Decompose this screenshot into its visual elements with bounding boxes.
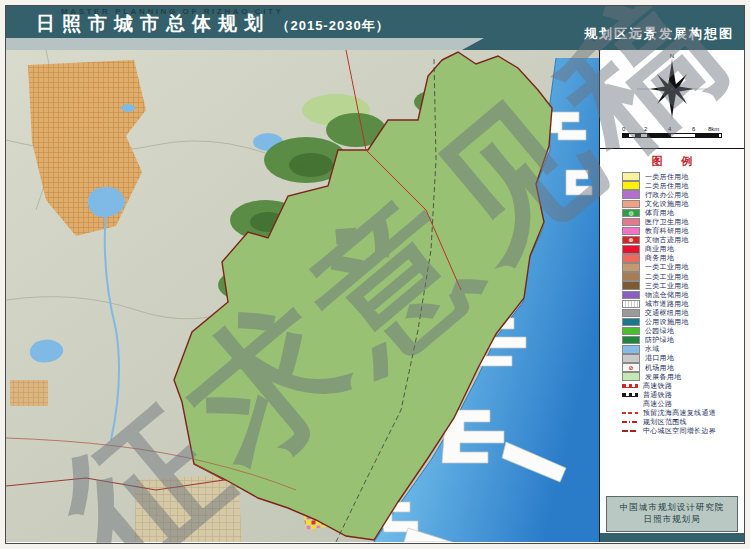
- legend-swatch-icon: [622, 402, 638, 406]
- north-label: N: [670, 53, 674, 59]
- legend-item: 防护绿地: [622, 336, 744, 345]
- credits-box: 中国城市规划设计研究院 日照市规划局: [606, 496, 738, 533]
- content-row: N 0: [6, 50, 744, 542]
- title-bar: 日照市城市总体规划 （2015-2030年） MASTER PLANNING O…: [6, 6, 744, 50]
- legend-swatch-icon: [622, 245, 640, 254]
- planning-map-sheet: 日照市城市总体规划 （2015-2030年） MASTER PLANNING O…: [0, 0, 750, 549]
- scale-bar: 0 2 4 6 8km: [622, 126, 722, 140]
- legend-item: 港口用地: [622, 354, 744, 363]
- legend-swatch-icon: [622, 372, 640, 381]
- credit-institute: 中国城市规划设计研究院: [607, 501, 737, 514]
- legend-swatch-icon: [622, 429, 638, 433]
- legend-swatch-icon: [622, 411, 638, 415]
- legend-swatch-icon: [622, 345, 640, 354]
- legend-swatch-icon: [622, 309, 640, 318]
- sheet-frame: 日照市城市总体规划 （2015-2030年） MASTER PLANNING O…: [5, 5, 745, 544]
- sheet-name: 规划区远景发展构想图: [584, 25, 734, 43]
- scale-tick: 0: [622, 126, 625, 132]
- legend-swatch-icon: [622, 227, 640, 236]
- credit-bureau: 日照市规划局: [607, 513, 737, 526]
- legend-item: 水域: [622, 345, 744, 354]
- legend-swatch-icon: [622, 420, 638, 424]
- compass: N: [633, 56, 711, 122]
- map-canvas: [6, 50, 599, 542]
- legend-swatch-icon: [622, 393, 638, 397]
- legend-swatch-icon: [622, 291, 640, 300]
- legend-item: 中心城区空间增长边界: [622, 427, 744, 436]
- legend-swatch-icon: [622, 336, 640, 345]
- legend-swatch-icon: [622, 218, 640, 227]
- scale-tick: 4: [668, 126, 671, 132]
- title-chinese: 日照市城市总体规划: [36, 13, 270, 34]
- legend-item: ⊗ 文物古迹用地: [622, 236, 744, 245]
- legend-title: 图 例: [600, 154, 744, 169]
- legend-swatch-icon: ◍: [622, 209, 640, 218]
- scale-tick: 6: [692, 126, 695, 132]
- title-year: （2015-2030年）: [276, 18, 389, 33]
- legend-item: 高速铁路: [622, 381, 744, 390]
- legend-swatch-icon: [622, 281, 640, 290]
- legend-item-label: 中心城区空间增长边界: [643, 426, 716, 436]
- legend-swatch-icon: [622, 190, 640, 199]
- legend-swatch-icon: ⊗: [622, 236, 640, 245]
- legend-swatch-icon: [622, 254, 640, 263]
- legend-item: 公园绿地: [622, 327, 744, 336]
- legend-panel: N 0: [600, 50, 744, 542]
- legend-swatch-icon: [622, 384, 638, 388]
- legend-swatch-icon: [622, 327, 640, 336]
- legend-swatch-icon: [622, 181, 640, 190]
- legend-item: 商业用地: [622, 245, 744, 254]
- legend-item: ⊘ 机场用地: [622, 363, 744, 372]
- map-area: [6, 50, 600, 542]
- legend-swatch-icon: [622, 300, 640, 309]
- legend-divider: [600, 148, 744, 149]
- legend-item: 发展备用地: [622, 372, 744, 381]
- legend-swatch-icon: ⊘: [622, 363, 640, 372]
- legend-swatch-icon: [622, 354, 640, 363]
- legend-swatch-icon: [622, 172, 640, 181]
- legend-swatch-icon: [622, 318, 640, 327]
- scale-tick: 8km: [708, 126, 719, 132]
- subtitle-english: MASTER PLANNING OF RIZHAO CITY: [61, 7, 283, 16]
- subtitle-band: [6, 38, 484, 50]
- legend-item: 普通铁路: [622, 390, 744, 399]
- compass-rose-icon: [633, 56, 711, 122]
- panel-footer-band: [600, 533, 744, 542]
- legend-swatch-icon: [622, 200, 640, 209]
- legend-swatch-icon: [622, 272, 640, 281]
- legend-item: 文化设施用地: [622, 199, 744, 208]
- scale-tick: 2: [644, 126, 647, 132]
- legend-list: 一类居住用地 二类居住用地 行政办公用地 文化设施用地: [600, 172, 744, 436]
- legend-item: 公用设施用地: [622, 318, 744, 327]
- scale-bar-graphic: [622, 133, 722, 138]
- legend-swatch-icon: [622, 263, 640, 272]
- scale-tick-labels: 0 2 4 6 8km: [622, 126, 722, 133]
